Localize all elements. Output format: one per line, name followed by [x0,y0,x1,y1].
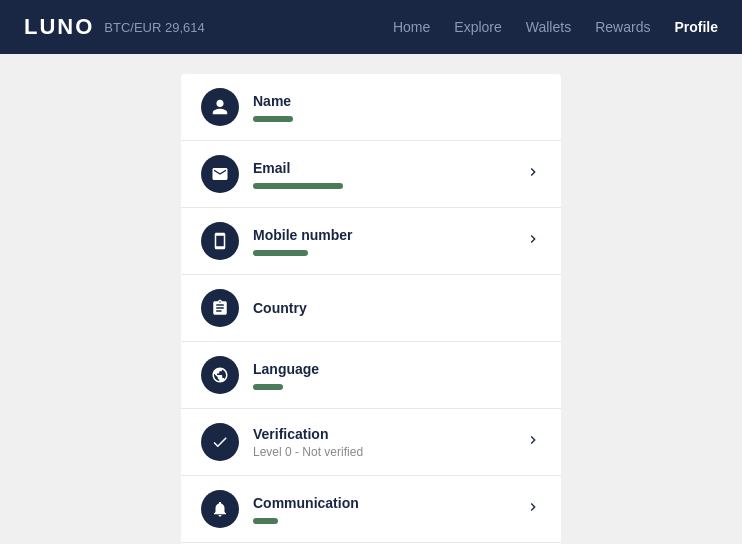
mobile-icon [201,222,239,260]
communication-content: Communication [253,494,525,523]
btc-price: BTC/EUR 29,614 [104,20,204,35]
communication-arrow[interactable] [525,499,541,519]
nav-home[interactable]: Home [393,19,430,35]
nav-rewards[interactable]: Rewards [595,19,650,35]
email-arrow[interactable] [525,164,541,184]
country-icon [201,289,239,327]
profile-card: NameEmailMobile numberCountryLanguageVer… [181,74,561,544]
verification-title: Verification [253,425,525,443]
mobile-arrow[interactable] [525,231,541,251]
email-icon [201,155,239,193]
mobile-title: Mobile number [253,226,525,244]
name-value-bar [253,116,293,122]
email-content: Email [253,159,525,188]
communication-icon [201,490,239,528]
logo: LUNO [24,14,94,40]
nav-explore[interactable]: Explore [454,19,501,35]
verification-arrow[interactable] [525,432,541,452]
language-icon [201,356,239,394]
country-content: Country [253,299,541,317]
nav-wallets[interactable]: Wallets [526,19,571,35]
header-nav: Home Explore Wallets Rewards Profile [393,19,718,35]
profile-row-language: Language [181,342,561,409]
verification-icon [201,423,239,461]
verification-content: VerificationLevel 0 - Not verified [253,425,525,459]
communication-value-bar [253,518,278,524]
email-value-bar [253,183,343,189]
communication-title: Communication [253,494,525,512]
profile-row-email[interactable]: Email [181,141,561,208]
main-content: NameEmailMobile numberCountryLanguageVer… [0,54,742,544]
profile-row-country: Country [181,275,561,342]
language-value-bar [253,384,283,390]
profile-row-mobile[interactable]: Mobile number [181,208,561,275]
mobile-content: Mobile number [253,226,525,255]
header: LUNO BTC/EUR 29,614 Home Explore Wallets… [0,0,742,54]
nav-profile[interactable]: Profile [674,19,718,35]
name-content: Name [253,92,541,121]
email-title: Email [253,159,525,177]
name-title: Name [253,92,541,110]
profile-row-communication[interactable]: Communication [181,476,561,543]
name-icon [201,88,239,126]
mobile-value-bar [253,250,308,256]
verification-subtitle: Level 0 - Not verified [253,445,525,459]
profile-row-verification[interactable]: VerificationLevel 0 - Not verified [181,409,561,476]
profile-row-name: Name [181,74,561,141]
logo-text: LUNO [24,14,94,40]
country-title: Country [253,299,541,317]
language-content: Language [253,360,541,389]
language-title: Language [253,360,541,378]
